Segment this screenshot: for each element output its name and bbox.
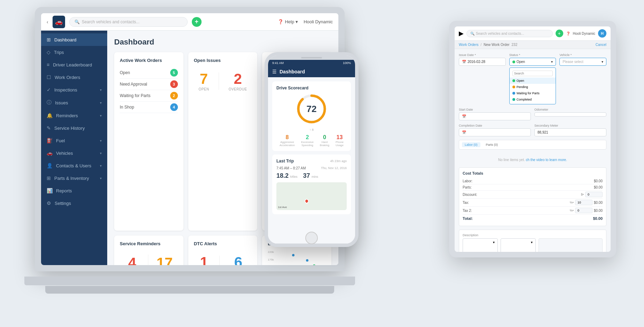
- stat-label: HardBraking: [320, 141, 329, 147]
- last-trip-title: Last Trip: [276, 159, 294, 164]
- desc-textarea[interactable]: [539, 238, 603, 252]
- help-button[interactable]: ❓ Help ▾: [278, 19, 298, 24]
- vehicle-select[interactable]: Please select ▾: [559, 58, 606, 66]
- sidebar-item-reminders[interactable]: 🔔 Reminders ▾: [41, 109, 107, 122]
- status-option-pending[interactable]: Pending: [510, 84, 556, 90]
- work-order-row-in-shop[interactable]: In Shop 4: [120, 102, 178, 113]
- sidebar-item-vehicles[interactable]: 🚗 Vehicles ▾: [41, 147, 107, 159]
- sidebar-item-reports[interactable]: 📊 Reports: [41, 184, 107, 197]
- sidebar-item-trips[interactable]: ◇ Trips: [41, 46, 107, 58]
- issue-date-value: 2016-02-28: [468, 60, 485, 64]
- phone-battery: 100%: [343, 61, 351, 65]
- work-order-row-need-approval[interactable]: Need Approval 3: [120, 79, 178, 90]
- cost-total-row: Total: $0.00: [463, 215, 603, 222]
- sidebar-label-work-orders: Work Orders: [55, 75, 80, 80]
- option-label: Completed: [517, 98, 532, 101]
- sidebar-item-parts-inventory[interactable]: ⊞ Parts & Inventory ▾: [41, 172, 107, 184]
- sidebar-item-inspections[interactable]: ✓ Inspections ▾: [41, 83, 107, 96]
- stat-value: 0: [320, 134, 329, 141]
- secondary-meter-input[interactable]: 88,921: [534, 128, 606, 136]
- cancel-button[interactable]: Cancel: [596, 43, 606, 47]
- score-delta: ↑ 8: [276, 128, 347, 131]
- overdue-count: 2: [229, 71, 247, 87]
- chevron-down-icon: ▾: [531, 240, 533, 252]
- org-name: Hooli Dynamic: [304, 19, 333, 24]
- chevron-down-icon: ▾: [100, 151, 102, 155]
- app-header: ‹ 🚗 🔍 Search vehicles and contacts... + …: [41, 13, 338, 31]
- overdue-group: 4 OVERDUE: [123, 255, 141, 265]
- tablet-add-button[interactable]: +: [556, 30, 563, 37]
- calendar-icon: 📅: [462, 130, 466, 134]
- discount-input[interactable]: [585, 192, 603, 197]
- issue-date-input[interactable]: 📅 2016-02-28: [459, 58, 506, 66]
- scorecard-section: Drive Scorecard 72 ↑ 8 8 AggressiveAccel: [272, 81, 351, 151]
- stat-value: 2: [301, 134, 314, 141]
- work-order-label-in-shop: In Shop: [120, 105, 134, 110]
- sidebar-label-contacts: Contacts & Users: [56, 163, 91, 168]
- secondary-meter-label: Secondary Meter: [534, 124, 606, 127]
- hamburger-icon[interactable]: ☰: [272, 69, 277, 74]
- chevron-down-icon: ▾: [100, 114, 102, 118]
- open-issues-open: 7 OPEN: [198, 71, 209, 91]
- phone-home-button[interactable]: [305, 232, 318, 244]
- help-icon: ❓: [278, 19, 283, 24]
- add-button[interactable]: +: [192, 17, 202, 27]
- desc-category-select[interactable]: ▾: [463, 238, 498, 252]
- breadcrumb-number: 232: [512, 43, 518, 47]
- parts-label: Parts:: [463, 185, 472, 189]
- tablet-org-name: Hooli Dynamic: [573, 32, 595, 35]
- work-order-row-open[interactable]: Open 5: [120, 67, 178, 79]
- status-select[interactable]: Open ▾: [509, 58, 556, 66]
- cost-row-discount: Discount: $•: [463, 191, 603, 199]
- sidebar-item-contacts-users[interactable]: 👤 Contacts & Users ▾: [41, 159, 107, 172]
- form-group-issue-date: Issue Date * 📅 2016-02-28: [459, 53, 506, 104]
- start-date-input[interactable]: 📅: [459, 112, 531, 120]
- trip-date: Thu, Nov 12, 2016: [321, 166, 347, 170]
- card-title-service-reminders: Service Reminders: [120, 241, 178, 246]
- sidebar-item-issues[interactable]: ⓘ Issues ▾: [41, 96, 107, 109]
- vehicle-label: Vehicle *: [559, 53, 606, 57]
- tab-parts[interactable]: Parts (0): [483, 142, 501, 147]
- sidebar-label-vehicles: Vehicles: [56, 151, 73, 156]
- card-service-reminders: Service Reminders 4 OVERDUE 17 DUE SOON: [114, 236, 183, 265]
- desc-sub-select[interactable]: ▾: [501, 238, 536, 252]
- sidebar-item-dashboard[interactable]: ⊞ Dashboard: [41, 33, 107, 46]
- cost-row-tax2: Tax 2: %• $0.00: [463, 207, 603, 215]
- status-option-waiting[interactable]: Waiting for Parts: [510, 90, 556, 96]
- card-active-work-orders: Active Work Orders Open 5 Need Approval …: [114, 52, 183, 231]
- service-reminder-numbers: 4 OVERDUE 17 DUE SOON: [120, 250, 178, 265]
- completion-date-input[interactable]: 📅: [459, 128, 531, 136]
- work-order-row-waiting-parts[interactable]: Waiting for Parts 2: [120, 90, 178, 102]
- status-value: Open: [512, 60, 525, 64]
- empty-state-text: No line items yet. ch the video to learn…: [464, 158, 601, 162]
- status-dot: [512, 61, 515, 63]
- settings-icon: ⚙: [47, 200, 51, 206]
- tax-percent-label: %•: [570, 201, 574, 204]
- sidebar-item-fuel[interactable]: ⛽ Fuel ▾: [41, 134, 107, 147]
- chevron-down-icon: ▾: [100, 88, 102, 92]
- nav-back-arrow[interactable]: ‹: [47, 19, 48, 25]
- odometer-input[interactable]: [534, 112, 606, 117]
- sidebar-item-work-orders[interactable]: ☐ Work Orders: [41, 71, 107, 83]
- status-option-open[interactable]: Open: [510, 78, 556, 84]
- phone-header-title: Dashboard: [280, 69, 305, 74]
- laptop-foot: [45, 286, 334, 294]
- overdue-label: OVERDUE: [229, 87, 247, 91]
- sidebar-item-settings[interactable]: ⚙ Settings: [41, 197, 107, 209]
- status-option-completed[interactable]: Completed: [510, 96, 556, 103]
- total-value: $0.00: [593, 216, 603, 221]
- tablet-search[interactable]: 🔍 Search vehicles and contacts...: [466, 30, 553, 37]
- watch-video-link[interactable]: ch the video to learn more.: [526, 158, 567, 162]
- chevron-down-icon: ▾: [100, 139, 102, 143]
- sidebar-item-service-history[interactable]: ✎ Service History: [41, 122, 107, 134]
- search-bar[interactable]: 🔍 Search vehicles and contacts...: [69, 17, 188, 27]
- badge-open: 5: [170, 69, 178, 77]
- status-search-input[interactable]: [512, 71, 553, 76]
- tax-input[interactable]: [575, 200, 592, 205]
- breadcrumb-work-orders[interactable]: Work Orders: [459, 43, 479, 47]
- tax2-input[interactable]: [575, 208, 592, 213]
- sidebar-item-driver-leaderboard[interactable]: ≡ Driver Leaderboard: [41, 58, 107, 71]
- phone-body: 9:41 AM 100% ☰ Dashboard Drive Scorecard…: [265, 52, 359, 247]
- tab-labor[interactable]: Labor (0): [462, 142, 480, 147]
- trip-time-range: 7:45 AM – 8:27 AM: [276, 166, 306, 170]
